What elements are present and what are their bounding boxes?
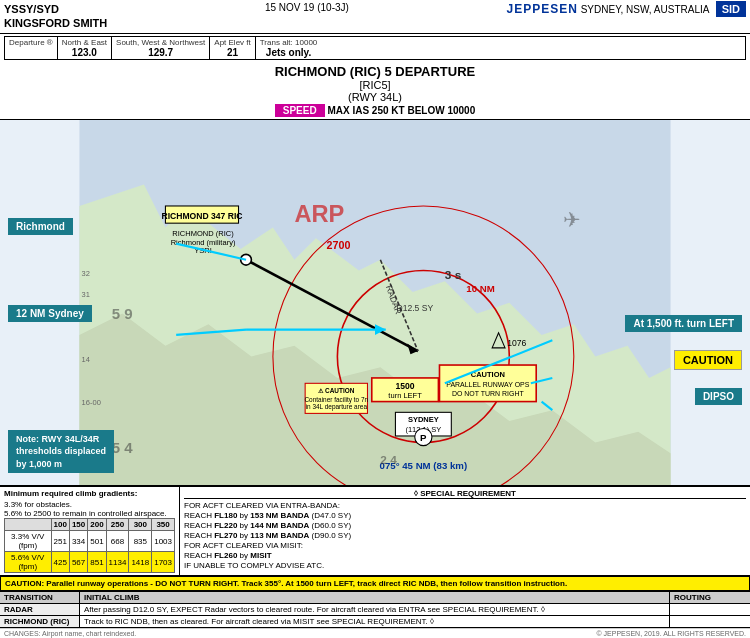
dep-elev: Apt Elev ft 21 [210, 37, 255, 59]
climb-special-section: Minimum required climb gradients: 3.3% f… [0, 487, 750, 576]
trans-value: Jets only. [266, 47, 311, 58]
climb-th-250: 250 [106, 519, 129, 531]
caution-map3: DO NOT TURN RIGHT [452, 390, 524, 397]
climb-33-label: 3.3% V/V (fpm) [5, 531, 52, 552]
th-routing: ROUTING [670, 592, 750, 603]
climb-33-300: 835 [129, 531, 152, 552]
note-line2: thresholds displaced [16, 446, 106, 456]
sector-59: 5 9 [112, 304, 133, 321]
note-line1: Note: RWY 34L/34R [16, 434, 99, 444]
climb-56-100: 425 [51, 552, 69, 573]
special-req-title: ◊ SPECIAL REQUIREMENT [184, 489, 746, 499]
caution-container3: in 34L departure area [306, 403, 368, 411]
tr-richmond-label: RICHMOND (RIC) [0, 616, 80, 627]
procedure-code: [RIC5] [2, 79, 748, 91]
climb-33-200: 501 [88, 531, 106, 552]
dep-freq2: South, West & Northwest 129.7 [112, 37, 210, 59]
climb-33-150: 334 [69, 531, 87, 552]
elev-label: Apt Elev ft [214, 38, 250, 47]
annotation-dipso: DIPSO [695, 388, 742, 405]
climb-row-33: 3.3% V/V (fpm) 251 334 501 668 835 1003 [5, 531, 175, 552]
climb-th-200: 200 [88, 519, 106, 531]
annotation-12nm: 12 NM Sydney [8, 305, 92, 322]
tr-radar-climb: After passing D12.0 SY, EXPECT Radar vec… [80, 604, 670, 615]
caution-bar: CAUTION: Parallel runway operations - DO… [0, 576, 750, 591]
freq2-label: South, West & Northwest [116, 38, 205, 47]
jeppesen-logo: JEPPESEN [507, 2, 578, 16]
main-content: ARP 10 NM RADAR D12.5 SY 3 s 2700 [0, 120, 750, 485]
elev-triangle: 1076 [507, 337, 526, 347]
dep-trans: Trans alt: 10000 Jets only. [256, 37, 322, 59]
publisher-info: JEPPESEN SYDNEY, NSW, AUSTRALIA SID [507, 2, 746, 16]
climb-table: 100 150 200 250 300 350 3.3% V/V (fpm) 2… [4, 518, 175, 573]
title-section: RICHMOND (RIC) 5 DEPARTURE [RIC5] (RWY 3… [0, 62, 750, 120]
d125-label: D12.5 SY [396, 303, 433, 313]
speed-label: SPEED [275, 104, 325, 117]
special-requirement: ◊ SPECIAL REQUIREMENT FOR ACFT CLEARED V… [180, 487, 750, 575]
special-item-0: FOR ACFT CLEARED VIA ENTRA-BANDA: [184, 501, 746, 510]
transition-header: TRANSITION INITIAL CLIMB ROUTING [0, 592, 750, 604]
procedure-runway: (RWY 34L) [2, 91, 748, 103]
special-item-5: REACH FL260 by MISIT [184, 551, 746, 560]
freq1-value: 123.0 [72, 47, 97, 58]
sydney-box: SYDNEY [408, 415, 439, 424]
city-info: SYDNEY, NSW, AUSTRALIA [581, 4, 709, 15]
grid5: 16-00 [82, 397, 101, 406]
caution-text: CAUTION: Parallel runway operations - DO… [5, 579, 567, 588]
airport-code: YSSY/SYD [4, 2, 107, 16]
special-item-1: REACH FL180 by 153 NM BANDA (D47.0 SY) [184, 511, 746, 520]
transition-section: TRANSITION INITIAL CLIMB ROUTING RADAR A… [0, 591, 750, 628]
tr-richmond-climb: Track to RIC NDB, then as cleared. For a… [80, 616, 670, 627]
climb-th-label [5, 519, 52, 531]
annotation-note: Note: RWY 34L/34R thresholds displaced b… [8, 430, 114, 474]
changes-text: CHANGES: Airport name, chart reindexed. [4, 630, 136, 637]
turn-left: turn LEFT [388, 391, 422, 400]
departure-table: Departure ® North & East 123.0 South, We… [4, 36, 746, 60]
climb-note2: 5.6% to 2500 to remain in controlled air… [4, 509, 175, 518]
p-symbol: P [420, 432, 427, 443]
special-item-4: FOR ACFT CLEARED VIA MISIT: [184, 541, 746, 550]
tr-radar-routing [670, 604, 750, 615]
transition-row-radar: RADAR After passing D12.0 SY, EXPECT Rad… [0, 604, 750, 616]
chart-date: 15 NOV 19 [265, 2, 314, 13]
special-item-3: REACH FL270 by 113 NM BANDA (D90.0 SY) [184, 531, 746, 540]
3s-label: 3 s [445, 268, 462, 282]
speed-value: MAX IAS 250 KT BELOW 10000 [327, 105, 475, 116]
copyright: © JEPPESEN, 2019. ALL RIGHTS RESERVED. [597, 630, 747, 637]
chart-id: (10-3J) [317, 2, 349, 13]
airport-info: YSSY/SYD KINGSFORD SMITH [4, 2, 107, 31]
climb-th-350: 350 [152, 519, 175, 531]
airport-name: KINGSFORD SMITH [4, 16, 107, 30]
climb-56-350: 1703 [152, 552, 175, 573]
special-item-6: IF UNABLE TO COMPLY ADVISE ATC. [184, 561, 746, 570]
trans-label: Trans alt: 10000 [260, 38, 318, 47]
special-item-2: REACH FL220 by 144 NM BANDA (D60.0 SY) [184, 521, 746, 530]
chart-date-info: 15 NOV 19 (10-3J) [265, 2, 349, 13]
th-transition: TRANSITION [0, 592, 80, 603]
procedure-title: RICHMOND (RIC) 5 DEPARTURE [2, 64, 748, 79]
th-initial-climb: INITIAL CLIMB [80, 592, 670, 603]
climb-33-350: 1003 [152, 531, 175, 552]
map-area: ARP 10 NM RADAR D12.5 SY 3 s 2700 [0, 120, 750, 485]
grid1: 32 [82, 268, 90, 277]
tr-radar-label: RADAR [0, 604, 80, 615]
freq1-label: North & East [62, 38, 107, 47]
caution-map2: PARALLEL RUNWAY OPS [446, 380, 529, 387]
bottom-section: Minimum required climb gradients: 3.3% f… [0, 485, 750, 638]
elev-value: 21 [227, 47, 238, 58]
arp-text: ARP [294, 201, 344, 227]
annotation-1500: At 1,500 ft. turn LEFT [625, 315, 742, 332]
caution-container1: ⚠ CAUTION [318, 387, 354, 394]
tr-richmond-routing [670, 616, 750, 627]
climb-row-56: 5.6% V/V (fpm) 425 567 851 1134 1418 170… [5, 552, 175, 573]
climb-header-row: 100 150 200 250 300 350 [5, 519, 175, 531]
alt-2700: 2700 [327, 239, 351, 251]
note-line3: by 1,000 m [16, 459, 62, 469]
departure-label: Departure ® [9, 38, 53, 47]
sid-badge: SID [716, 1, 746, 17]
climb-56-200: 851 [88, 552, 106, 573]
alt-1500: 1500 [396, 380, 415, 390]
transition-row-richmond: RICHMOND (RIC) Track to RIC NDB, then as… [0, 616, 750, 628]
climb-56-label: 5.6% V/V (fpm) [5, 552, 52, 573]
climb-56-300: 1418 [129, 552, 152, 573]
